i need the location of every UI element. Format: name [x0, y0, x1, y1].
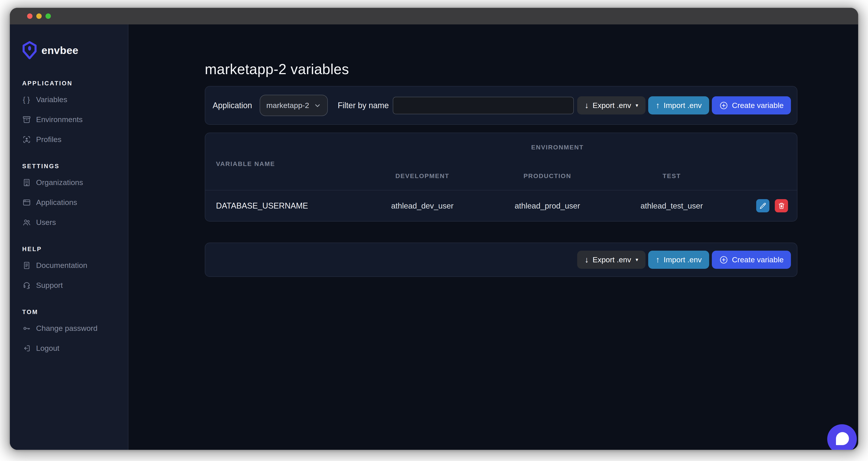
caret-down-icon: ▾ — [636, 102, 638, 109]
export-env-button-bottom[interactable]: ↓ Export .env ▾ — [577, 251, 646, 269]
column-header-development: DEVELOPMENT — [360, 173, 485, 180]
app-window-icon — [22, 198, 31, 207]
bottom-action-bar: ↓ Export .env ▾ ↑ Import .env Create var… — [205, 243, 798, 277]
application-select[interactable]: marketapp-2 — [260, 95, 328, 116]
sidebar-item-profiles[interactable]: Profiles — [22, 129, 128, 149]
plus-circle-icon — [719, 101, 728, 110]
document-icon — [22, 261, 31, 270]
variables-table: ENVIRONMENT VARIABLE NAME DEVELOPMENT PR… — [205, 133, 798, 221]
app-window: envbee APPLICATION { } Variables — [10, 8, 858, 450]
arrow-up-icon: ↑ — [656, 101, 660, 110]
brand: envbee — [22, 41, 128, 59]
page-title: marketapp-2 variables — [205, 61, 798, 78]
section-label: APPLICATION — [22, 80, 128, 87]
application-select-value: marketapp-2 — [267, 101, 309, 110]
sidebar-item-variables[interactable]: { } Variables — [22, 90, 128, 110]
environment-group-header: ENVIRONMENT — [371, 144, 744, 151]
profile-badge-icon — [22, 135, 31, 144]
trash-icon — [778, 202, 785, 210]
sidebar-section-application: APPLICATION { } Variables — [22, 80, 128, 149]
key-icon — [22, 324, 31, 333]
headset-icon — [22, 281, 31, 290]
sidebar-item-logout[interactable]: Logout — [22, 338, 128, 358]
chevron-down-icon — [314, 102, 321, 109]
section-label: SETTINGS — [22, 163, 128, 170]
sidebar-item-organizations[interactable]: Organizations — [22, 173, 128, 192]
create-variable-button[interactable]: Create variable — [712, 96, 791, 115]
building-icon — [22, 178, 31, 187]
delete-variable-button[interactable] — [775, 199, 788, 212]
arrow-down-icon: ↓ — [585, 255, 589, 264]
envbee-logo-icon — [22, 41, 37, 59]
arrow-down-icon: ↓ — [585, 101, 589, 110]
users-icon — [22, 218, 31, 227]
sidebar-section-user: TOM Change password — [22, 309, 128, 358]
section-label: HELP — [22, 246, 128, 253]
sidebar-item-environments[interactable]: Environments — [22, 110, 128, 129]
minimize-window-button[interactable] — [36, 13, 42, 19]
app-body: envbee APPLICATION { } Variables — [10, 24, 858, 450]
sidebar-nav: APPLICATION { } Variables — [22, 80, 128, 358]
row-actions — [734, 199, 797, 212]
main-content: marketapp-2 variables Application market… — [128, 24, 858, 450]
edit-variable-button[interactable] — [756, 199, 769, 212]
filter-bar: Application marketapp-2 Filter by name ↓… — [205, 86, 798, 125]
chat-bubble-icon — [836, 432, 849, 445]
zoom-window-button[interactable] — [45, 13, 51, 19]
section-label: TOM — [22, 309, 128, 316]
filter-by-name-input[interactable] — [393, 97, 574, 114]
export-env-button[interactable]: ↓ Export .env ▾ — [577, 96, 646, 115]
import-env-button-bottom[interactable]: ↑ Import .env — [648, 251, 709, 269]
table-row: DATABASE_USERNAME athlead_dev_user athle… — [205, 190, 797, 221]
test-value-cell: athlead_test_user — [610, 202, 734, 210]
sidebar: envbee APPLICATION { } Variables — [10, 24, 128, 450]
sidebar-section-help: HELP Documentation — [22, 246, 128, 295]
variable-name-cell: DATABASE_USERNAME — [205, 201, 360, 211]
archive-icon — [22, 115, 31, 124]
plus-circle-icon — [719, 255, 728, 264]
window-titlebar — [10, 8, 858, 24]
production-value-cell: athlead_prod_user — [485, 202, 610, 210]
sidebar-item-users[interactable]: Users — [22, 212, 128, 232]
application-label: Application — [213, 101, 252, 110]
table-header: ENVIRONMENT VARIABLE NAME DEVELOPMENT PR… — [205, 133, 797, 190]
close-window-button[interactable] — [27, 13, 32, 19]
column-header-variable-name: VARIABLE NAME — [216, 160, 275, 167]
braces-icon: { } — [22, 95, 31, 104]
arrow-up-icon: ↑ — [656, 255, 660, 264]
filter-by-name-label: Filter by name — [338, 101, 389, 110]
create-variable-button-bottom[interactable]: Create variable — [712, 251, 791, 269]
brand-name: envbee — [41, 44, 79, 57]
column-header-production: PRODUCTION — [485, 173, 610, 180]
sidebar-item-support[interactable]: Support — [22, 275, 128, 295]
sidebar-item-change-password[interactable]: Change password — [22, 318, 128, 338]
sidebar-item-documentation[interactable]: Documentation — [22, 255, 128, 275]
development-value-cell: athlead_dev_user — [360, 202, 485, 210]
caret-down-icon: ▾ — [636, 257, 638, 263]
pencil-icon — [760, 202, 767, 210]
column-header-test: TEST — [610, 173, 734, 180]
sidebar-item-applications[interactable]: Applications — [22, 192, 128, 212]
sidebar-section-settings: SETTINGS Organizations — [22, 163, 128, 232]
import-env-button[interactable]: ↑ Import .env — [648, 96, 709, 115]
logout-icon — [22, 344, 31, 353]
